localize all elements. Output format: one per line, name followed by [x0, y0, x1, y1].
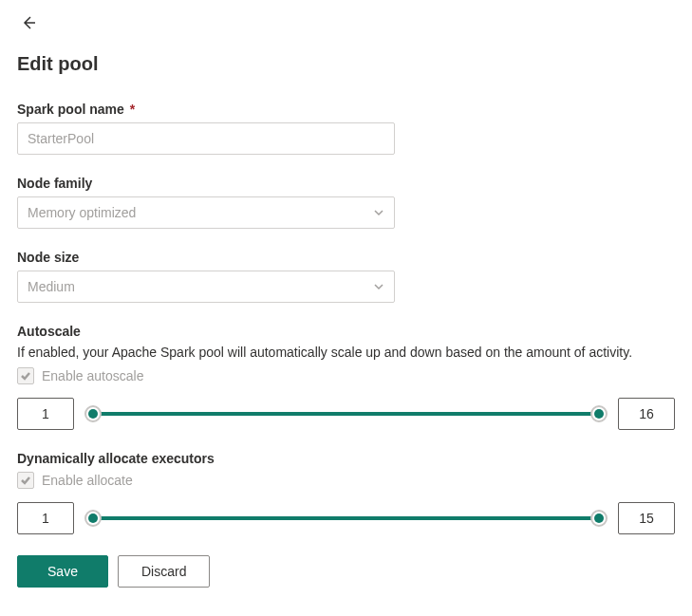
field-executors: Dynamically allocate executors Enable al…	[17, 451, 675, 534]
slider-track	[93, 516, 599, 520]
autoscale-checkbox[interactable]	[17, 367, 34, 384]
autoscale-label: Autoscale	[17, 324, 675, 339]
back-button[interactable]	[17, 11, 40, 34]
executors-min-input[interactable]: 1	[17, 502, 74, 534]
arrow-left-icon	[21, 15, 36, 30]
pool-name-input[interactable]: StarterPool	[17, 122, 395, 155]
discard-button[interactable]: Discard	[118, 555, 210, 588]
field-node-size: Node size Medium	[17, 250, 675, 303]
autoscale-slider-thumb-max[interactable]	[590, 405, 608, 422]
chevron-down-icon	[373, 207, 384, 218]
autoscale-slider-row: 1 16	[17, 398, 675, 430]
executors-slider-thumb-min[interactable]	[84, 510, 102, 527]
action-buttons: Save Discard	[17, 555, 675, 588]
page-title: Edit pool	[17, 53, 675, 75]
executors-checkbox-label: Enable allocate	[42, 473, 133, 488]
save-button[interactable]: Save	[17, 555, 108, 588]
node-size-label: Node size	[17, 250, 675, 265]
check-icon	[20, 370, 31, 382]
executors-slider[interactable]	[87, 509, 605, 528]
autoscale-min-input[interactable]: 1	[17, 398, 74, 430]
check-icon	[20, 475, 31, 486]
node-size-select[interactable]: Medium	[17, 271, 395, 303]
field-node-family: Node family Memory optimized	[17, 176, 675, 229]
node-family-select[interactable]: Memory optimized	[17, 196, 395, 229]
autoscale-max-input[interactable]: 16	[618, 398, 675, 430]
required-asterisk: *	[130, 102, 135, 117]
autoscale-slider[interactable]	[87, 404, 605, 423]
autoscale-slider-thumb-min[interactable]	[84, 405, 102, 422]
executors-max-input[interactable]: 15	[618, 502, 675, 534]
field-autoscale: Autoscale If enabled, your Apache Spark …	[17, 324, 675, 430]
executors-checkbox-row: Enable allocate	[17, 472, 675, 489]
chevron-down-icon	[373, 281, 384, 292]
pool-name-label: Spark pool name *	[17, 102, 675, 117]
autoscale-checkbox-row: Enable autoscale	[17, 367, 675, 384]
autoscale-description: If enabled, your Apache Spark pool will …	[17, 345, 675, 360]
slider-track	[93, 412, 599, 416]
executors-checkbox[interactable]	[17, 472, 34, 489]
autoscale-checkbox-label: Enable autoscale	[42, 368, 143, 383]
node-family-label: Node family	[17, 176, 675, 191]
executors-slider-thumb-max[interactable]	[590, 510, 608, 527]
executors-slider-row: 1 15	[17, 502, 675, 534]
executors-label: Dynamically allocate executors	[17, 451, 675, 466]
field-pool-name: Spark pool name * StarterPool	[17, 102, 675, 155]
